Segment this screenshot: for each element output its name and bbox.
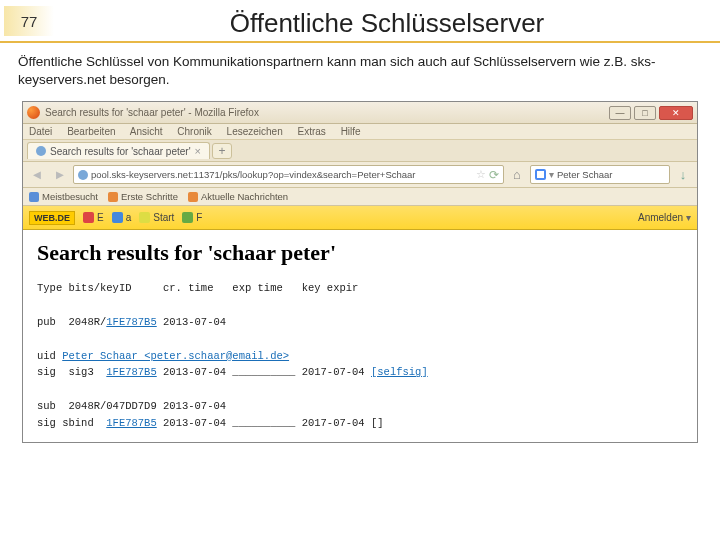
firefox-icon (27, 106, 40, 119)
bookmark-erste-schritte[interactable]: Erste Schritte (108, 191, 178, 202)
favicon-icon (36, 146, 46, 156)
bookmark-star-icon[interactable]: ☆ (476, 168, 486, 181)
search-value: Peter Schaar (557, 169, 612, 180)
minimize-button[interactable]: — (609, 106, 631, 120)
mail-icon (83, 212, 94, 223)
maximize-button[interactable]: □ (634, 106, 656, 120)
star-icon (139, 212, 150, 223)
results-heading: Search results for 'schaar peter' (37, 240, 683, 266)
url-text: pool.sks-keyservers.net:11371/pks/lookup… (91, 169, 473, 180)
portal-link-start[interactable]: Start (139, 212, 174, 223)
tab-label: Search results for 'schaar peter' (50, 146, 191, 157)
slide-title: Öffentliche Schlüsselserver (54, 6, 720, 39)
reload-icon[interactable]: ⟳ (489, 168, 499, 182)
slide-body-text: Öffentliche Schlüssel von Kommunikations… (0, 49, 720, 97)
tab-active[interactable]: Search results for 'schaar peter' × (27, 142, 210, 159)
menu-chronik[interactable]: Chronik (177, 126, 211, 137)
window-title: Search results for 'schaar peter' - Mozi… (45, 107, 609, 118)
webde-logo[interactable]: WEB.DE (29, 211, 75, 225)
sbind-key-link[interactable]: 1FE787B5 (106, 417, 156, 429)
page-icon (108, 192, 118, 202)
portal-link-d[interactable]: F (182, 212, 202, 223)
home-button[interactable]: ⌂ (507, 166, 527, 184)
page-content: Search results for 'schaar peter' Type b… (23, 230, 697, 441)
menu-lesezeichen[interactable]: Lesezeichen (227, 126, 283, 137)
sig-key-link[interactable]: 1FE787B5 (106, 366, 156, 378)
menu-hilfe[interactable]: Hilfe (341, 126, 361, 137)
menu-datei[interactable]: Datei (29, 126, 52, 137)
browser-window: Search results for 'schaar peter' - Mozi… (22, 101, 698, 442)
slide-number: 77 (4, 6, 54, 36)
new-tab-button[interactable]: + (212, 143, 232, 159)
search-box[interactable]: ▾ Peter Schaar (530, 165, 670, 184)
icon (112, 212, 123, 223)
google-icon (535, 169, 546, 180)
tab-strip: Search results for 'schaar peter' × + (23, 140, 697, 162)
tab-close-icon[interactable]: × (195, 145, 201, 157)
menu-bar: Datei Bearbeiten Ansicht Chronik Lesezei… (23, 124, 697, 140)
selfsig-link[interactable]: [selfsig] (371, 366, 428, 378)
back-button[interactable]: ◄ (27, 166, 47, 184)
portal-login[interactable]: Anmelden ▾ (638, 212, 691, 223)
portal-link-a[interactable]: E (83, 212, 104, 223)
bookmarks-toolbar: Meistbesucht Erste Schritte Aktuelle Nac… (23, 188, 697, 206)
folder-icon (29, 192, 39, 202)
downloads-button[interactable]: ↓ (673, 166, 693, 184)
rss-icon (188, 192, 198, 202)
key-id-link[interactable]: 1FE787B5 (106, 316, 156, 328)
results-listing: Type bits/keyID cr. time exp time key ex… (37, 280, 683, 431)
globe-icon (78, 170, 88, 180)
url-field[interactable]: pool.sks-keyservers.net:11371/pks/lookup… (73, 165, 504, 184)
bookmark-meistbesucht[interactable]: Meistbesucht (29, 191, 98, 202)
window-titlebar: Search results for 'schaar peter' - Mozi… (23, 102, 697, 124)
uid-link[interactable]: Peter Schaar <peter.schaar@email.de> (62, 350, 289, 362)
bookmark-aktuelle-nachrichten[interactable]: Aktuelle Nachrichten (188, 191, 288, 202)
portal-link-b[interactable]: a (112, 212, 132, 223)
webde-toolbar: WEB.DE E a Start F Anmelden ▾ (23, 206, 697, 230)
icon (182, 212, 193, 223)
menu-bearbeiten[interactable]: Bearbeiten (67, 126, 115, 137)
close-button[interactable]: ✕ (659, 106, 693, 120)
navigation-toolbar: ◄ ► pool.sks-keyservers.net:11371/pks/lo… (23, 162, 697, 188)
forward-button[interactable]: ► (50, 166, 70, 184)
menu-extras[interactable]: Extras (298, 126, 326, 137)
menu-ansicht[interactable]: Ansicht (130, 126, 163, 137)
